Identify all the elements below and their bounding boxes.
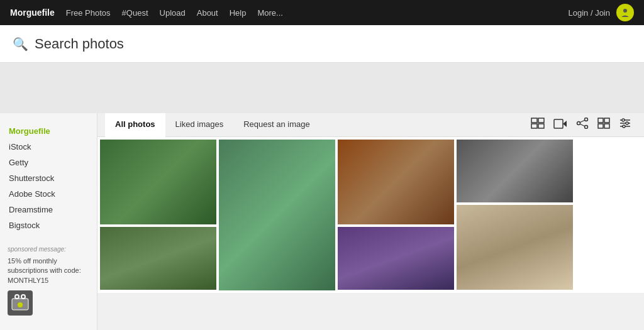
grid-list-icon[interactable]: [597, 118, 610, 132]
sidebar-item-bigstock[interactable]: Bigstock: [8, 217, 89, 233]
svg-rect-7: [531, 118, 537, 123]
photo-item-3[interactable]: [338, 140, 454, 224]
svg-line-16: [580, 120, 585, 123]
nav-links: Morguefile Free Photos #Quest Upload Abo…: [10, 8, 283, 18]
share-network-icon[interactable]: [576, 118, 589, 132]
svg-point-3: [15, 295, 19, 299]
photo-col-1: [100, 140, 216, 290]
main-layout: Morguefile iStock Getty Shutterstock Ado…: [0, 113, 644, 330]
sponsored-label: sponsored message:: [8, 246, 89, 253]
sidebar: Morguefile iStock Getty Shutterstock Ado…: [0, 113, 97, 330]
photo-col-4: [457, 140, 573, 290]
svg-rect-9: [531, 124, 537, 128]
video-icon[interactable]: [553, 118, 567, 132]
login-join-link[interactable]: Login / Join: [569, 8, 611, 18]
promo-text: 15% off monthly subscriptions with code:…: [8, 256, 89, 285]
nav-quest[interactable]: #Quest: [122, 8, 148, 18]
photo-item-2[interactable]: [219, 140, 335, 290]
sidebar-item-shutterstock[interactable]: Shutterstock: [8, 170, 89, 186]
svg-point-13: [577, 122, 580, 125]
sidebar-item-morguefile[interactable]: Morguefile: [8, 123, 89, 139]
svg-point-5: [18, 302, 23, 307]
tab-request-image[interactable]: Request an image: [233, 113, 320, 137]
svg-marker-12: [563, 121, 567, 127]
svg-rect-20: [598, 124, 603, 128]
nav-about[interactable]: About: [197, 8, 218, 18]
nav-right: Login / Join: [569, 4, 635, 21]
photo-item-6[interactable]: [338, 227, 454, 290]
photo-item-5[interactable]: [100, 227, 216, 290]
photo-col-2: [219, 140, 335, 290]
svg-point-14: [585, 118, 588, 121]
avatar-icon[interactable]: [616, 4, 634, 21]
svg-rect-8: [538, 118, 544, 123]
sidebar-item-getty[interactable]: Getty: [8, 155, 89, 170]
photo-item-1[interactable]: [100, 140, 216, 224]
svg-point-25: [622, 119, 625, 121]
sidebar-item-istock[interactable]: iStock: [8, 139, 89, 155]
search-bar: 🔍 Search photos: [0, 25, 644, 63]
svg-rect-21: [604, 124, 609, 128]
svg-rect-19: [604, 118, 609, 123]
svg-point-26: [626, 122, 628, 124]
photo-grid: [97, 137, 644, 293]
tabs-row: All photos Liked images Request an image: [97, 113, 644, 137]
nav-more[interactable]: More...: [257, 8, 282, 18]
sidebar-item-dreamstime[interactable]: Dreamstime: [8, 202, 89, 217]
sidebar-item-adobestock[interactable]: Adobe Stock: [8, 186, 89, 202]
image-view-icon[interactable]: [531, 118, 545, 132]
photo-col-3: [338, 140, 454, 290]
svg-point-15: [585, 126, 588, 129]
search-icon: 🔍: [13, 36, 28, 52]
tab-all-photos[interactable]: All photos: [105, 113, 165, 137]
photo-item-4[interactable]: [457, 140, 573, 202]
photo-item-7[interactable]: [457, 205, 573, 290]
svg-line-17: [580, 124, 585, 126]
nav-brand[interactable]: Morguefile: [10, 8, 55, 18]
svg-rect-11: [554, 119, 563, 128]
tab-liked-images[interactable]: Liked images: [165, 113, 234, 137]
toolbar-icons: [531, 118, 636, 132]
svg-point-1: [623, 9, 627, 13]
promo-icon: [8, 290, 33, 316]
ad-banner: [0, 63, 644, 113]
nav-free-photos[interactable]: Free Photos: [66, 8, 111, 18]
svg-rect-10: [538, 124, 544, 128]
svg-point-27: [623, 125, 625, 128]
svg-rect-18: [598, 118, 603, 123]
filter-icon[interactable]: [619, 118, 631, 132]
nav-upload[interactable]: Upload: [160, 8, 186, 18]
nav-help[interactable]: Help: [230, 8, 247, 18]
top-nav: Morguefile Free Photos #Quest Upload Abo…: [0, 0, 644, 25]
content-area: All photos Liked images Request an image: [97, 113, 644, 330]
search-title: Search photos: [35, 36, 124, 52]
svg-point-4: [21, 295, 25, 299]
